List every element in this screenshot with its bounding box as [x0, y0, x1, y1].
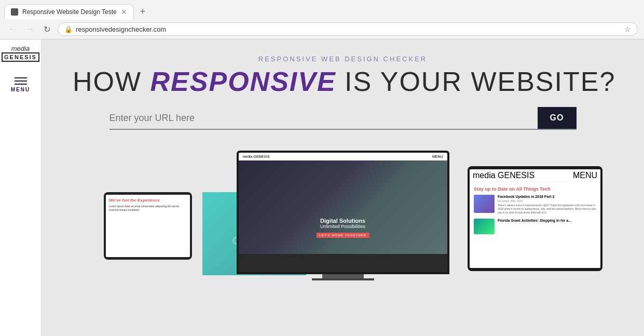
desktop-hero-overlay: Digital Solutions Unlimited Possibilitie…	[316, 218, 369, 238]
tablet-nav: media GENESIS MENU	[470, 169, 600, 182]
desktop-hero-subtitle: Unlimited Possibilities	[316, 224, 369, 229]
tab-favicon	[11, 8, 18, 16]
tablet-article-1-title: Facebook Updates in 2018 Part 2	[498, 195, 596, 198]
desktop-screen: media GENESIS MENU Digital Solutions Unl…	[239, 153, 447, 272]
hamburger-line-3	[15, 84, 27, 85]
phone-screen: We've Got the Experience Lorem ipsum dol…	[106, 195, 190, 257]
page-content: media GENESIS MENU RESPONSIVE WEB DESIGN…	[0, 39, 644, 336]
hero-title: HOW RESPONSIVE IS YOUR WEBSITE?	[73, 67, 613, 97]
go-button[interactable]: GO	[538, 107, 577, 129]
tablet-content: Stay up to Date on All Things Tech Faceb…	[470, 182, 600, 238]
tablet-headline: Stay up to Date on All Things Tech	[474, 186, 596, 192]
desktop-nav: media GENESIS MENU	[239, 153, 447, 160]
hamburger-line-2	[15, 80, 27, 82]
active-tab[interactable]: Responsive Website Design Teste ✕	[4, 4, 134, 19]
logo-area: media GENESIS	[2, 45, 39, 62]
main-area: RESPONSIVE WEB DESIGN CHECKER HOW RESPON…	[42, 39, 644, 336]
tablet-article-2-title: Florida Grant Activities: Stepping in fo…	[498, 219, 571, 222]
desktop-hero-image: Digital Solutions Unlimited Possibilitie…	[239, 160, 447, 254]
phone-mockup: We've Got the Experience Lorem ipsum dol…	[104, 192, 192, 260]
new-tab-button[interactable]: +	[136, 4, 150, 19]
tablet-nav-menu: MENU	[573, 171, 597, 180]
forward-button[interactable]: →	[24, 23, 36, 35]
desktop-nav-logo: media GENESIS	[243, 155, 270, 158]
tab-bar: Responsive Website Design Teste ✕ +	[0, 0, 644, 19]
sidebar: media GENESIS MENU	[0, 39, 42, 336]
tablet-screen: media GENESIS MENU Stay up to Date on Al…	[470, 169, 600, 268]
address-input[interactable]	[76, 25, 621, 33]
tablet-article-2-text: Florida Grant Activities: Stepping in fo…	[498, 219, 571, 234]
tab-label: Responsive Website Design Teste	[22, 8, 117, 16]
address-bar: ← → ↻ 🔒 ☆	[0, 19, 644, 39]
tablet-mockup: media GENESIS MENU Stay up to Date on Al…	[468, 166, 602, 271]
url-input[interactable]	[109, 107, 538, 129]
desktop-base	[312, 278, 374, 280]
tab-close-button[interactable]: ✕	[121, 8, 127, 16]
hero-title-start: HOW	[73, 66, 150, 97]
tablet-headline-start: Stay up to Date on All Things	[474, 186, 540, 192]
tablet-article-2-image	[474, 219, 495, 234]
desktop-stand	[322, 274, 364, 278]
phone-content: We've Got the Experience Lorem ipsum dol…	[106, 195, 190, 215]
bookmark-icon[interactable]: ☆	[624, 25, 631, 33]
logo-media: media	[11, 45, 30, 52]
lock-icon: 🔒	[64, 25, 73, 33]
desktop-cta: LET'S WORK TOGETHER	[316, 233, 369, 238]
desktop-screen-wrapper: media GENESIS MENU Digital Solutions Unl…	[237, 151, 449, 274]
tablet-article-1-image	[474, 195, 495, 213]
tablet-article-1-date: December 28th, 2018	[498, 199, 596, 203]
phone-subtext: Lorem ipsum dolor sit amet consectetur a…	[109, 205, 187, 212]
desktop-mockup: media GENESIS MENU Digital Solutions Unl…	[237, 151, 449, 280]
menu-label: MENU	[11, 87, 30, 92]
browser-chrome: Responsive Website Design Teste ✕ + ← → …	[0, 0, 644, 39]
tablet-article-1: Facebook Updates in 2018 Part 2 December…	[474, 195, 596, 214]
hero-section: RESPONSIVE WEB DESIGN CHECKER HOW RESPON…	[42, 39, 644, 151]
tablet-headline-tech: Tech	[540, 186, 550, 192]
url-form: GO	[109, 107, 577, 130]
address-input-wrapper: 🔒 ☆	[58, 22, 638, 36]
refresh-button[interactable]: ↻	[42, 23, 52, 35]
hamburger-line-1	[15, 77, 27, 78]
tablet-article-1-body: There's always more to improvements, rig…	[498, 204, 596, 214]
tablet-article-2: Florida Grant Activities: Stepping in fo…	[474, 219, 596, 234]
tablet-screen-wrapper: media GENESIS MENU Stay up to Date on Al…	[468, 166, 602, 271]
back-button[interactable]: ←	[6, 23, 19, 35]
logo-genesis: GENESIS	[2, 52, 39, 62]
hero-subtitle: RESPONSIVE WEB DESIGN CHECKER	[73, 55, 613, 63]
hero-title-bold: RESPONSIVE	[150, 66, 336, 97]
phone-headline: We've Got the Experience	[109, 198, 187, 203]
hamburger-menu[interactable]	[15, 77, 27, 85]
phone-screen-wrapper: We've Got the Experience Lorem ipsum dol…	[104, 192, 192, 260]
tablet-article-1-text: Facebook Updates in 2018 Part 2 December…	[498, 195, 596, 214]
desktop-hero-title: Digital Solutions	[316, 218, 369, 224]
desktop-nav-menu: MENU	[432, 155, 443, 158]
hero-title-end: IS YOUR WEBSITE?	[336, 66, 616, 97]
devices-area: MediaGenesis media GENESIS MENU Digital …	[42, 151, 644, 306]
tablet-nav-logo: media GENESIS	[473, 171, 535, 180]
